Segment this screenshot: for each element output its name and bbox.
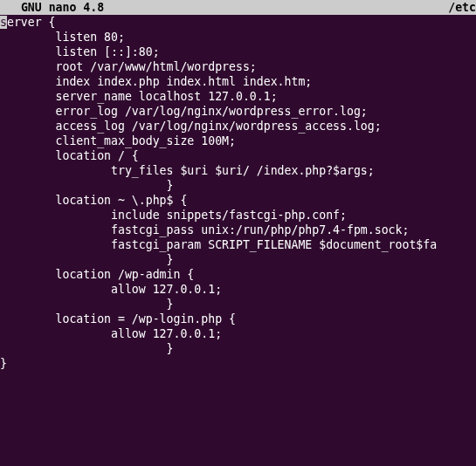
code-line: try_files $uri $uri/ /index.php?$args;: [0, 163, 476, 178]
cursor: s: [0, 16, 7, 29]
code-line: allow 127.0.0.1;: [0, 326, 476, 341]
code-line: fastcgi_pass unix:/run/php/php7.4-fpm.so…: [0, 223, 476, 237]
code-line: location ~ \.php$ {: [0, 193, 476, 208]
code-line: }: [0, 341, 476, 356]
file-path: /etc: [448, 0, 476, 15]
code-line: }: [0, 356, 476, 371]
code-line: allow 127.0.0.1;: [0, 282, 476, 297]
code-line: client_max_body_size 100M;: [0, 134, 476, 148]
code-line: }: [0, 252, 476, 267]
title-bar: GNU nano 4.8 /etc: [0, 0, 476, 15]
code-line: access_log /var/log/nginx/wordpress_acce…: [0, 119, 476, 134]
code-line: }: [0, 297, 476, 312]
code-line: include snippets/fastcgi-php.conf;: [0, 208, 476, 223]
code-line: fastcgi_param SCRIPT_FILENAME $document_…: [0, 237, 476, 252]
code-line: }: [0, 178, 476, 193]
app-name: GNU nano 4.8: [0, 0, 104, 15]
code-line: server_name localhost 127.0.0.1;: [0, 89, 476, 104]
code-line: listen 80;: [0, 30, 476, 45]
code-line: location / {: [0, 148, 476, 163]
code-line: index index.php index.html index.htm;: [0, 74, 476, 89]
editor-area[interactable]: server { listen 80; listen [::]:80; root…: [0, 15, 476, 371]
code-line: error_log /var/log/nginx/wordpress_error…: [0, 104, 476, 119]
code-line: listen [::]:80;: [0, 45, 476, 59]
code-line: location /wp-admin {: [0, 267, 476, 282]
code-line: root /var/www/html/wordpress;: [0, 59, 476, 74]
line-text: erver {: [7, 16, 56, 29]
code-line: server {: [0, 15, 476, 30]
code-line: location = /wp-login.php {: [0, 312, 476, 326]
